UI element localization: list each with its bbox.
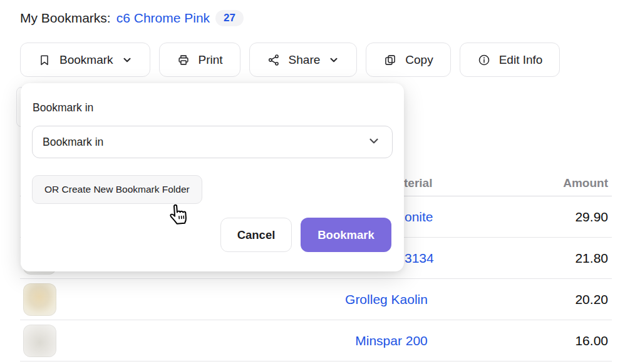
material-amount: 29.90 (575, 210, 608, 225)
printer-icon (177, 53, 190, 67)
dialog-footer: Cancel Bookmark (220, 218, 391, 252)
recipe-link[interactable]: c6 Chrome Pink (116, 11, 210, 26)
cancel-button[interactable]: Cancel (220, 218, 292, 252)
bookmark-folder-select-value: Bookmark in (43, 136, 367, 149)
bookmarks-page: My Bookmarks: c6 Chrome Pink 27 Bookmark… (0, 0, 630, 364)
share-icon (267, 53, 281, 67)
material-link[interactable]: Grolleg Kaolin (345, 292, 428, 307)
bookmark-dialog: Bookmark in Bookmark in OR Create New Bo… (21, 83, 404, 271)
table-row: Minspar 20016.00 (20, 320, 612, 361)
bookmark-button-label: Bookmark (59, 53, 113, 67)
print-button-label: Print (199, 53, 223, 67)
material-link[interactable]: onite (405, 210, 433, 225)
bookmark-button[interactable]: Bookmark (20, 43, 150, 77)
material-thumbnail[interactable] (23, 325, 56, 357)
amount-column-header: Amount (563, 176, 608, 190)
share-button[interactable]: Share (249, 43, 358, 77)
toolbar: Bookmark Print Share Copy Edit Info (20, 43, 560, 77)
material-thumbnail[interactable] (23, 283, 56, 316)
edit-info-button-label: Edit Info (499, 53, 543, 67)
create-folder-button[interactable]: OR Create New Bookmark Folder (32, 175, 202, 204)
page-title: My Bookmarks: c6 Chrome Pink 27 (20, 10, 244, 26)
share-button-label: Share (289, 53, 321, 67)
material-amount: 20.20 (575, 292, 608, 307)
chevron-down-icon (328, 54, 339, 66)
copy-button[interactable]: Copy (366, 43, 450, 77)
bookmark-icon (38, 53, 51, 67)
material-column-header: terial (404, 176, 432, 190)
copy-button-label: Copy (405, 53, 433, 67)
bookmark-folder-select[interactable]: Bookmark in (32, 126, 393, 158)
material-link[interactable]: 3134 (405, 251, 434, 266)
print-button[interactable]: Print (159, 43, 240, 77)
bookmark-in-label: Bookmark in (33, 101, 93, 114)
table-row: Grolleg Kaolin20.20 (20, 279, 612, 320)
page-title-prefix: My Bookmarks: (20, 11, 111, 26)
bookmark-count-badge: 27 (215, 10, 244, 26)
bookmark-submit-button[interactable]: Bookmark (301, 218, 391, 252)
material-link[interactable]: Minspar 200 (355, 333, 428, 348)
material-amount: 16.00 (575, 333, 608, 348)
material-amount: 21.80 (575, 251, 608, 266)
copy-icon (383, 53, 397, 67)
chevron-down-icon (367, 134, 381, 150)
chevron-down-icon (121, 54, 133, 66)
info-icon (477, 53, 491, 67)
edit-info-button[interactable]: Edit Info (460, 43, 560, 77)
